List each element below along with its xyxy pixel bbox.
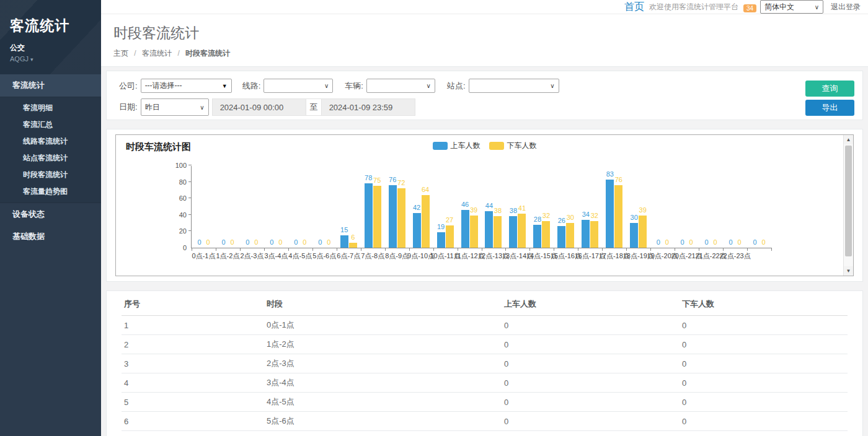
bar-value-label: 75 (373, 177, 381, 184)
x-axis-label: 6点-7点 (337, 251, 360, 261)
x-axis-tick (482, 248, 482, 251)
home-link[interactable]: 首页 (624, 1, 644, 14)
table-cell: 3点-4点 (264, 373, 502, 393)
company-value: ---请选择--- (145, 81, 182, 91)
station-select[interactable]: ∨ (469, 79, 559, 93)
breadcrumb-home[interactable]: 主页 (113, 49, 128, 58)
bar-alighting (446, 225, 454, 248)
chart-panel: 时段车流统计图 上车人数 下车人数 020406080100000点-1点001… (106, 129, 863, 282)
y-axis-tick (188, 165, 192, 165)
bar-value-label: 0 (657, 239, 660, 246)
bar-value-label: 0 (303, 239, 306, 246)
legend-item-alighting[interactable]: 下车人数 (489, 141, 537, 151)
sidebar-item-base-data[interactable]: 基础数据 (0, 225, 101, 248)
language-value: 简体中文 (764, 2, 794, 12)
sidebar-item-device-status[interactable]: 设备状态 (0, 203, 101, 225)
bar-value-label: 64 (422, 186, 429, 193)
x-axis-tick (192, 248, 192, 251)
export-button[interactable]: 导出 (805, 100, 854, 116)
bar-value-label: 6 (351, 234, 355, 241)
line-label: 线路: (242, 81, 261, 92)
table-cell: 0 (502, 316, 680, 335)
chevron-down-icon: ∨ (324, 82, 329, 89)
sidebar-item-station-stats[interactable]: 站点客流统计 (0, 150, 101, 167)
bar-boarding (389, 185, 397, 248)
legend-item-boarding[interactable]: 上车人数 (433, 141, 480, 151)
date-end-input[interactable]: 2024-01-09 23:59 (321, 98, 415, 116)
bar-value-label: 0 (230, 239, 234, 246)
language-select[interactable]: 简体中文 ∨ (760, 0, 823, 14)
x-axis-label: 3点-4点 (264, 251, 288, 261)
bar-boarding (509, 216, 517, 248)
x-axis-tick (216, 248, 216, 251)
company-label: 公司: (119, 81, 138, 92)
vehicle-select[interactable]: ∨ (366, 79, 435, 93)
sidebar-menu: 客流统计 客流明细 客流汇总 线路客流统计 站点客流统计 时段客流统计 客流量趋… (0, 74, 101, 248)
bar-value-label: 0 (738, 239, 742, 246)
x-axis-tick (288, 248, 289, 251)
bar-boarding (365, 183, 373, 248)
bar-boarding (413, 213, 421, 248)
y-axis-label: 100 (163, 162, 187, 169)
table-row: 21点-2点00 (122, 335, 848, 354)
x-axis-tick (578, 248, 578, 251)
bar-boarding (606, 180, 614, 248)
chevron-down-icon: ▾ (30, 56, 33, 63)
date-preset-select[interactable]: 昨日 ∨ (141, 98, 209, 116)
sidebar-item-period-stats[interactable]: 时段客流统计 (0, 167, 101, 183)
bar-value-label: 0 (729, 239, 733, 246)
scrollbar-up-arrow[interactable]: ▲ (844, 135, 853, 144)
sidebar-item-line-stats[interactable]: 线路客流统计 (0, 133, 101, 150)
bar-value-label: 0 (206, 239, 210, 246)
legend-label: 上车人数 (451, 141, 480, 151)
bar-value-label: 83 (606, 171, 614, 178)
bar-value-label: 0 (278, 239, 282, 246)
bar-value-label: 28 (534, 216, 541, 223)
bar-alighting (422, 195, 430, 248)
company-select[interactable]: ---请选择--- ▼ (141, 79, 232, 93)
scrollbar-thumb[interactable] (845, 146, 852, 256)
bar-value-label: 32 (591, 212, 598, 219)
bar-value-label: 0 (254, 239, 258, 246)
y-axis-tick (188, 214, 192, 215)
logout-link[interactable]: 退出登录 (831, 2, 861, 12)
x-axis-tick (505, 248, 506, 251)
sidebar-item-passenger-stats[interactable]: 客流统计 (0, 74, 101, 97)
query-button[interactable]: 查询 (805, 81, 854, 97)
sidebar-item-trend-chart[interactable]: 客流量趋势图 (0, 183, 101, 200)
bar-boarding (461, 210, 469, 248)
bar-value-label: 0 (689, 239, 693, 246)
sidebar-item-passenger-summary[interactable]: 客流汇总 (0, 116, 101, 133)
scrollbar-down-arrow[interactable]: ▼ (844, 266, 853, 276)
x-axis-label: 1点-2点 (216, 251, 239, 261)
x-axis-tick (529, 248, 530, 251)
date-label: 日期: (119, 102, 138, 113)
notification-badge[interactable]: 34 (743, 4, 756, 12)
line-select[interactable]: ∨ (264, 79, 333, 93)
y-axis-label: 20 (163, 227, 187, 235)
y-axis-tick (188, 230, 192, 231)
sidebar-submenu: 客流明细 客流汇总 线路客流统计 站点客流统计 时段客流统计 客流量趋势图 (0, 97, 101, 203)
legend-swatch-blue (433, 142, 448, 150)
bar-alighting (590, 221, 598, 248)
bar-alighting (470, 216, 478, 248)
page-title: 时段客流统计 (113, 24, 856, 43)
bar-value-label: 0 (327, 239, 330, 246)
bar-value-label: 41 (518, 205, 526, 212)
sidebar-item-passenger-detail[interactable]: 客流明细 (0, 100, 101, 116)
bar-value-label: 27 (446, 217, 453, 224)
bar-alighting (542, 221, 550, 248)
brand-title: 客流统计 (10, 16, 91, 35)
bar-value-label: 0 (761, 239, 765, 246)
col-header-alighting: 下车人数 (680, 292, 848, 316)
breadcrumb-separator: / (177, 49, 179, 58)
date-start-input[interactable]: 2024-01-09 00:00 (212, 98, 306, 116)
vehicle-label: 车辆: (345, 81, 363, 92)
table-cell: 0 (680, 335, 848, 354)
user-dropdown[interactable]: AQGJ ▾ (10, 55, 91, 63)
breadcrumb-section[interactable]: 客流统计 (142, 49, 172, 58)
table-cell: 3 (122, 354, 264, 373)
page-heading: 时段客流统计 主页 / 客流统计 / 时段客流统计 (101, 14, 868, 67)
date-to-label: 至 (306, 98, 321, 116)
bar-boarding (437, 232, 445, 248)
